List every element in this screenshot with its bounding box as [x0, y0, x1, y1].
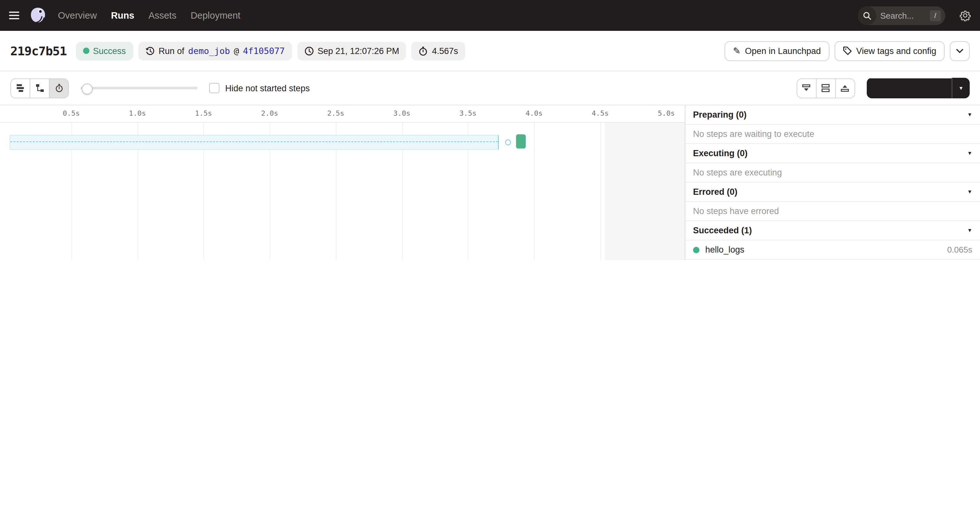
job-link[interactable]: demo_job: [188, 46, 230, 56]
gantt-axis: 0.5s1.0s1.5s2.0s2.5s3.0s3.5s4.0s4.5s5.0s: [0, 105, 685, 123]
chevron-down-icon: ▼: [967, 228, 972, 233]
gantt-dependency-line: [10, 141, 498, 142]
tag-icon: [843, 46, 852, 55]
run-header: 219c7b51 Success Run of demo_job @ 4f105…: [0, 31, 980, 71]
chevron-down-icon: [956, 49, 963, 53]
axis-tick-label: 1.0s: [123, 109, 151, 117]
axis-tick-label: 5.0s: [652, 109, 681, 117]
slider-handle[interactable]: [82, 83, 93, 94]
dagster-logo[interactable]: [30, 7, 46, 24]
duration-value: 4.567s: [432, 46, 458, 55]
hide-not-started-label: Hide not started steps: [225, 83, 310, 93]
nav-item-runs[interactable]: Runs: [111, 10, 135, 21]
start-time: Sep 21, 12:07:26 PM: [318, 46, 399, 55]
chevron-down-icon: ▼: [967, 112, 972, 117]
timestamp-pill: Sep 21, 12:07:26 PM: [297, 41, 406, 60]
axis-tick-label: 4.5s: [586, 109, 614, 117]
search-shortcut-badge: /: [930, 10, 941, 21]
run-of-label: Run of: [159, 46, 185, 55]
axis-gridline: [534, 123, 535, 260]
section-header-executing[interactable]: Executing (0)▼: [685, 144, 980, 163]
collapse-top-panel-button[interactable]: [835, 79, 854, 97]
gantt-timing-view-button[interactable]: [49, 79, 68, 97]
gantt-out-of-range-zone: [605, 123, 685, 260]
open-launchpad-label: Open in Launchpad: [745, 46, 821, 55]
split-panels-button[interactable]: [816, 79, 835, 97]
gantt-toolbar: Hide not started steps Re-execute all (*…: [0, 71, 980, 105]
section-label: Errored (0): [693, 187, 737, 197]
hide-not-started-checkbox-row[interactable]: Hide not started steps: [209, 83, 310, 93]
menu-icon[interactable]: [9, 11, 19, 19]
axis-gridline: [600, 123, 601, 260]
nav-item-assets[interactable]: Assets: [148, 10, 176, 21]
axis-tick-label: 2.0s: [255, 109, 284, 117]
gear-icon[interactable]: [959, 10, 971, 21]
hide-not-started-checkbox[interactable]: [209, 83, 220, 93]
reexecute-all-label[interactable]: Re-execute all (*): [866, 78, 952, 98]
section-label: Succeeded (1): [693, 226, 752, 235]
stopwatch-icon: [418, 46, 428, 55]
run-main-area: 0.5s1.0s1.5s2.0s2.5s3.0s3.5s4.0s4.5s5.0s…: [0, 105, 980, 260]
axis-tick-label: 3.5s: [454, 109, 482, 117]
view-tags-button[interactable]: View tags and config: [834, 41, 945, 61]
section-label: Executing (0): [693, 149, 748, 158]
section-header-succeeded[interactable]: Succeeded (1)▼: [685, 221, 980, 240]
gantt-step-bar-hello-logs[interactable]: [516, 134, 526, 149]
status-dot: [83, 48, 89, 54]
axis-tick-label: 3.0s: [388, 109, 416, 117]
run-id-title: 219c7b51: [10, 44, 67, 58]
axis-tick-label: 4.0s: [520, 109, 548, 117]
reexecute-all-button[interactable]: Re-execute all (*) ▾: [866, 78, 970, 98]
gantt-marker-dot: [505, 140, 511, 145]
history-icon: [145, 46, 155, 55]
commit-link[interactable]: 4f105077: [243, 46, 285, 56]
section-header-preparing[interactable]: Preparing (0)▼: [685, 105, 980, 125]
chevron-down-icon: ▼: [967, 151, 972, 156]
search-input[interactable]: Search... /: [858, 6, 945, 25]
status-label: Success: [93, 46, 126, 55]
chevron-down-icon: ▼: [967, 189, 972, 195]
duration-pill: 4.567s: [412, 41, 465, 60]
gantt-waterfall-view-button[interactable]: [30, 79, 49, 97]
gantt-view-mode-group: [10, 78, 69, 98]
axis-tick-label: 1.5s: [189, 109, 218, 117]
gantt-flat-view-button[interactable]: [11, 79, 30, 97]
nav-item-overview[interactable]: Overview: [58, 10, 97, 21]
run-of-pill: Run of demo_job @ 4f105077: [138, 41, 292, 60]
collapse-bottom-panel-button[interactable]: [797, 79, 816, 97]
nav-items: OverviewRunsAssetsDeployment: [58, 10, 240, 21]
pencil-icon: ✎: [733, 46, 740, 55]
gantt-plot-area: [0, 123, 685, 260]
step-success-dot: [693, 246, 700, 253]
search-icon: [858, 6, 877, 25]
at-separator: @: [234, 46, 239, 56]
axis-tick-label: 0.5s: [57, 109, 86, 117]
section-label: Preparing (0): [693, 110, 747, 120]
reexecute-options-dropdown[interactable]: ▾: [952, 78, 970, 98]
step-row-hello_logs[interactable]: hello_logs0.065s: [685, 240, 980, 260]
status-badge: Success: [76, 41, 133, 60]
nav-item-deployment[interactable]: Deployment: [191, 10, 240, 21]
step-name: hello_logs: [705, 245, 745, 255]
section-empty-message: No steps are executing: [685, 163, 980, 182]
gantt-waiting-band: [10, 135, 499, 150]
step-status-panel: Preparing (0)▼No steps are waiting to ex…: [685, 105, 980, 260]
panel-layout-group: [796, 78, 855, 98]
section-empty-message: No steps have errored: [685, 202, 980, 221]
section-header-errored[interactable]: Errored (0)▼: [685, 182, 980, 202]
top-nav: OverviewRunsAssetsDeployment Search... /: [0, 0, 980, 31]
gantt-chart: 0.5s1.0s1.5s2.0s2.5s3.0s3.5s4.0s4.5s5.0s…: [0, 105, 685, 260]
section-empty-message: No steps are waiting to execute: [685, 125, 980, 144]
clock-icon: [304, 46, 314, 55]
open-launchpad-button[interactable]: ✎ Open in Launchpad: [725, 41, 829, 61]
search-placeholder: Search...: [880, 11, 930, 20]
view-tags-label: View tags and config: [856, 46, 936, 55]
gantt-zoom-slider[interactable]: [80, 79, 197, 97]
header-more-button[interactable]: [950, 41, 970, 61]
slider-track: [80, 87, 197, 89]
axis-tick-label: 2.5s: [322, 109, 350, 117]
step-duration: 0.065s: [947, 245, 972, 255]
